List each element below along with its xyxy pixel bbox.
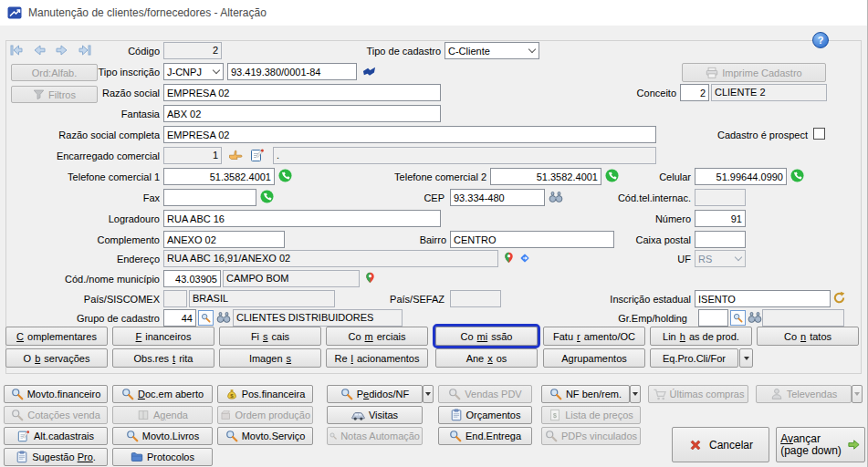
- tab-observacoes[interactable]: Observações: [5, 348, 108, 368]
- tipo-inscricao-label: Tipo inscrição: [7, 65, 160, 79]
- imprime-cadastro-button: Imprime Cadastro: [682, 63, 826, 82]
- municipio-code-input[interactable]: [163, 270, 221, 287]
- alt-cadastrais-button[interactable]: Alt.cadastrais: [4, 427, 108, 445]
- tab-eq-pro-cli-for[interactable]: Eq.Pro.Cli/For: [650, 348, 738, 368]
- movto-servico-button[interactable]: Movto.Serviço: [217, 427, 313, 445]
- prospect-checkbox[interactable]: [813, 128, 825, 140]
- codigo-label: Código: [7, 44, 160, 58]
- pais-sefaz-label: País/SEFAZ: [365, 292, 444, 306]
- movto-financeiro-button[interactable]: Movto.financeiro: [4, 385, 108, 403]
- encarregado-label: Encarregado comercial: [7, 149, 160, 163]
- cotacoes-venda-button: Cotações venda: [4, 406, 108, 424]
- tab-obs-restrita[interactable]: Obs.restrita: [112, 348, 214, 368]
- tab-relacionamentos[interactable]: Relacionamentos: [326, 348, 428, 368]
- sugestao-pro-button[interactable]: Sugestão Pro.: [4, 448, 108, 466]
- telefone1-input[interactable]: [163, 168, 275, 185]
- cep-input[interactable]: [450, 189, 545, 206]
- pedidos-nf-dropdown-arrow[interactable]: [423, 385, 434, 403]
- logradouro-label: Logradouro: [7, 212, 160, 226]
- fax-input[interactable]: [163, 189, 256, 206]
- municipio-label: Cód./nome município: [7, 272, 160, 286]
- pointing-hand-icon[interactable]: [228, 148, 243, 162]
- edit-note-icon[interactable]: [250, 148, 265, 162]
- numero-input[interactable]: [695, 210, 746, 227]
- maps-pin-icon[interactable]: [364, 270, 376, 285]
- whatsapp-icon[interactable]: [790, 169, 804, 182]
- cancel-button[interactable]: Cancelar: [672, 427, 769, 462]
- gr-emp-holding-label: Gr.Emp/holding: [548, 311, 687, 326]
- conceito-label: Conceito: [584, 86, 676, 100]
- tab-complementares[interactable]: Complementares: [5, 327, 108, 346]
- caixa-postal-label: Caixa postal: [548, 233, 691, 247]
- encarregado-desc-field: .: [273, 147, 656, 164]
- tab-faturamento-oc[interactable]: Faturamento/OC: [543, 327, 645, 346]
- tab-eq-pro-dropdown-arrow[interactable]: [739, 348, 753, 368]
- tab-anexos[interactable]: Anexos: [435, 348, 538, 368]
- tab-comerciais[interactable]: Comerciais: [326, 327, 428, 346]
- razao-completa-input[interactable]: [163, 126, 656, 143]
- help-icon[interactable]: ?: [812, 32, 829, 48]
- tab-linhas-de-prod[interactable]: Linhas de prod.: [650, 327, 752, 346]
- nf-ben-rem-dropdown-arrow[interactable]: [630, 385, 641, 403]
- advance-button[interactable]: Avançar(page down): [776, 427, 865, 462]
- movto-livros-button[interactable]: Movto.Livros: [112, 427, 213, 445]
- pedidos-nf-button[interactable]: Pedidos/NF: [327, 385, 423, 403]
- codigo-field: 2: [163, 42, 222, 59]
- numero-label: Número: [548, 212, 691, 226]
- uf-select: RS: [695, 250, 746, 267]
- inscricao-estadual-input[interactable]: [695, 290, 831, 307]
- protocolos-button[interactable]: Protocolos: [112, 448, 213, 466]
- cnpj-input[interactable]: [227, 63, 357, 80]
- gr-emp-holding-input[interactable]: [698, 309, 728, 327]
- tab-imagens[interactable]: Imagens: [219, 348, 321, 368]
- complemento-input[interactable]: [163, 231, 285, 248]
- conceito-code-input[interactable]: [680, 84, 709, 101]
- televendas-dropdown-arrow: [852, 385, 863, 403]
- fantasia-input[interactable]: [163, 105, 441, 122]
- sync-gold-icon[interactable]: [832, 291, 846, 305]
- lista-de-precos-button: Lista de preços: [541, 406, 641, 424]
- app-icon: [7, 5, 22, 20]
- grupo-cadastro-code-input[interactable]: [163, 309, 196, 327]
- lookup-magnifier-icon[interactable]: [730, 310, 746, 326]
- binoculars-icon[interactable]: [216, 310, 231, 325]
- celular-label: Celular: [548, 170, 691, 184]
- ultimas-compras-button: Últimas compras: [648, 385, 748, 403]
- nf-ben-rem-button[interactable]: NF ben/rem.: [541, 385, 630, 403]
- chevron-down-icon: [528, 45, 536, 52]
- tab-agrupamentos[interactable]: Agrupamentos: [543, 348, 645, 368]
- maps-pin-icon[interactable]: [503, 250, 515, 265]
- chevron-down-icon: [735, 253, 742, 260]
- tipo-cadastro-select[interactable]: C-Cliente: [444, 42, 539, 59]
- tab-financeiros[interactable]: Financeiros: [112, 327, 214, 346]
- receita-federal-icon[interactable]: [362, 65, 376, 78]
- endereco-field: RUA ABC 16,91/ANEXO 02: [163, 250, 498, 267]
- directions-icon[interactable]: [518, 251, 532, 265]
- visitas-button[interactable]: Visitas: [327, 406, 423, 424]
- tipo-inscricao-select[interactable]: J-CNPJ: [163, 63, 224, 80]
- tab-fiscais[interactable]: Fiscais: [219, 327, 321, 346]
- razao-social-input[interactable]: [163, 84, 441, 101]
- municipio-name-field: CAMPO BOM: [223, 270, 360, 287]
- pos-financeira-button[interactable]: Pos.financeira: [217, 385, 313, 403]
- whatsapp-icon[interactable]: [260, 190, 274, 203]
- window-title: Manutenção de clientes/fornecedores - Al…: [28, 6, 267, 19]
- tab-contatos[interactable]: Contatos: [757, 327, 859, 346]
- orcamentos-button[interactable]: Orçamentos: [438, 406, 532, 424]
- green-arrow-icon: [847, 438, 861, 451]
- chevron-down-icon: [213, 66, 220, 73]
- lookup-magnifier-icon[interactable]: [198, 310, 214, 326]
- celular-input[interactable]: [695, 168, 787, 185]
- logradouro-input[interactable]: [163, 210, 441, 227]
- cep-label: CEP: [365, 191, 444, 205]
- doc-em-aberto-button[interactable]: Doc.em aberto: [112, 385, 213, 403]
- pais-siscomex-code-field: [163, 290, 187, 307]
- bairro-label: Bairro: [365, 233, 446, 247]
- encarregado-code-field: 1: [163, 147, 222, 164]
- caixa-postal-input[interactable]: [695, 231, 746, 248]
- end-entrega-button[interactable]: End.Entrega: [438, 427, 532, 445]
- pdps-vinculados-button: PDPs vinculados: [541, 427, 641, 445]
- whatsapp-icon[interactable]: [278, 169, 292, 182]
- binoculars-icon[interactable]: [748, 310, 762, 325]
- tab-comissao[interactable]: Comissão: [435, 327, 538, 346]
